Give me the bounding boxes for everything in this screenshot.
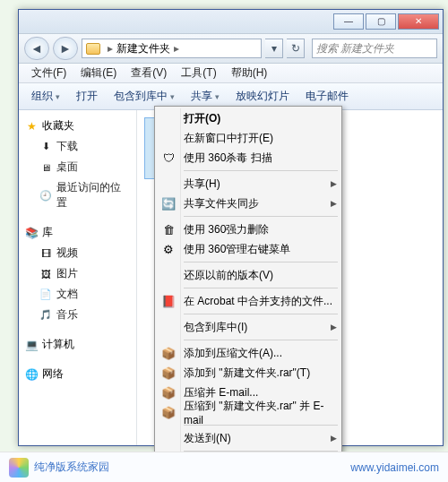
refresh-button[interactable]: ↻ <box>287 39 305 58</box>
ctx-label: 发送到(N) <box>180 431 327 446</box>
ctx-separator <box>184 314 338 314</box>
blank-icon <box>157 128 180 148</box>
minimize-button[interactable]: — <box>333 13 364 30</box>
ctx-add-rar-named[interactable]: 📦添加到 "新建文件夹.rar"(T) <box>157 363 340 383</box>
shield-icon: 🛡 <box>157 148 180 168</box>
sidebar-item-videos[interactable]: 🎞视频 <box>22 243 133 263</box>
sidebar-label: 下载 <box>56 139 78 154</box>
menu-file[interactable]: 文件(F) <box>24 64 73 82</box>
blank-icon <box>157 108 180 128</box>
open-button[interactable]: 打开 <box>69 85 105 108</box>
video-icon: 🎞 <box>39 246 53 261</box>
sidebar-item-recent[interactable]: 🕘最近访问的位置 <box>22 177 133 213</box>
sidebar-network[interactable]: 🌐网络 <box>22 364 133 384</box>
sidebar-label: 桌面 <box>56 159 78 175</box>
blank-icon <box>157 174 180 194</box>
ctx-label: 还原以前的版本(V) <box>180 268 340 283</box>
chevron-right-icon: ▶ <box>327 434 340 443</box>
network-icon: 🌐 <box>24 367 39 382</box>
library-icon: 📚 <box>24 226 39 240</box>
blank-icon <box>157 428 180 448</box>
ctx-separator <box>184 216 338 217</box>
organize-button[interactable]: 组织 <box>24 85 67 108</box>
address-dropdown[interactable]: ▾ <box>265 39 283 58</box>
ctx-restore-previous[interactable]: 还原以前的版本(V) <box>157 265 340 285</box>
document-icon: 📄 <box>39 288 53 302</box>
ctx-label: 添加到压缩文件(A)... <box>180 346 340 361</box>
ctx-label: 包含到库中(I) <box>180 320 327 335</box>
menu-bar: 文件(F) 编辑(E) 查看(V) 工具(T) 帮助(H) <box>19 64 443 83</box>
sidebar-item-pictures[interactable]: 🖼图片 <box>22 263 133 284</box>
recent-icon: 🕘 <box>39 188 53 202</box>
ctx-360-scan[interactable]: 🛡使用 360杀毒 扫描 <box>157 148 340 168</box>
breadcrumb-sep: ▸ <box>108 42 113 55</box>
sidebar-label: 视频 <box>56 245 78 261</box>
ctx-rar-named-email[interactable]: 📦压缩到 "新建文件夹.rar" 并 E-mail <box>157 402 340 422</box>
menu-help[interactable]: 帮助(H) <box>224 64 275 82</box>
titlebar: — ▢ ✕ <box>19 10 443 33</box>
ctx-share[interactable]: 共享(H)▶ <box>157 174 340 194</box>
ctx-label: 使用 360管理右键菜单 <box>180 242 340 257</box>
archive-icon: 📦 <box>157 363 180 383</box>
sidebar-label: 库 <box>42 225 53 240</box>
sidebar-item-music[interactable]: 🎵音乐 <box>22 305 133 325</box>
forward-button[interactable]: ► <box>53 37 78 60</box>
computer-icon: 💻 <box>24 338 39 352</box>
pdf-icon: 📕 <box>157 291 180 311</box>
download-icon: ⬇ <box>39 140 53 154</box>
sidebar-label: 计算机 <box>42 337 74 352</box>
sidebar-label: 网络 <box>42 366 64 382</box>
slideshow-button[interactable]: 放映幻灯片 <box>228 85 297 108</box>
blank-icon <box>157 265 180 285</box>
ctx-sync[interactable]: 🔄共享文件夹同步▶ <box>157 194 340 213</box>
ctx-360-force-delete[interactable]: 🗑使用 360强力删除 <box>157 219 340 239</box>
sidebar-libraries[interactable]: 📚库 <box>22 222 133 243</box>
sidebar-favorites[interactable]: ★收藏夹 <box>22 116 133 136</box>
ctx-360-manage-menu[interactable]: ⚙使用 360管理右键菜单 <box>157 239 340 259</box>
address-bar[interactable]: ▸ 新建文件夹 ▸ <box>82 39 262 58</box>
sidebar-item-documents[interactable]: 📄文档 <box>22 284 133 305</box>
archive-icon: 📦 <box>157 343 180 363</box>
ctx-add-rar[interactable]: 📦添加到压缩文件(A)... <box>157 343 340 363</box>
include-library-button[interactable]: 包含到库中 <box>107 85 182 108</box>
sidebar-item-downloads[interactable]: ⬇下载 <box>22 136 133 157</box>
sidebar-computer[interactable]: 💻计算机 <box>22 334 133 355</box>
ctx-label: 使用 360强力删除 <box>180 222 340 237</box>
ctx-separator <box>184 170 338 171</box>
sidebar-label: 图片 <box>56 266 78 281</box>
sidebar-item-desktop[interactable]: 🖥桌面 <box>22 157 133 177</box>
ctx-label: 压缩到 "新建文件夹.rar" 并 E-mail <box>180 399 340 426</box>
blank-icon <box>157 317 180 337</box>
ctx-open[interactable]: 打开(O) <box>157 108 340 128</box>
ctx-acrobat-combine[interactable]: 📕在 Acrobat 中合并支持的文件... <box>157 291 340 311</box>
star-icon: ★ <box>24 119 39 133</box>
ctx-include-library[interactable]: 包含到库中(I)▶ <box>157 317 340 337</box>
search-input[interactable]: 搜索 新建文件夹 <box>312 39 437 58</box>
maximize-button[interactable]: ▢ <box>366 13 396 30</box>
menu-edit[interactable]: 编辑(E) <box>73 64 124 82</box>
ctx-send-to[interactable]: 发送到(N)▶ <box>157 428 340 448</box>
back-button[interactable]: ◄ <box>24 37 49 60</box>
ctx-separator <box>184 340 338 340</box>
sidebar-label: 收藏夹 <box>42 118 74 133</box>
gear-icon: ⚙ <box>157 239 180 259</box>
brand-name: 纯净版系统家园 <box>34 460 109 475</box>
ctx-label: 添加到 "新建文件夹.rar"(T) <box>180 366 340 381</box>
ctx-label: 使用 360杀毒 扫描 <box>180 151 340 166</box>
menu-view[interactable]: 查看(V) <box>124 64 174 82</box>
desktop-icon: 🖥 <box>39 160 53 175</box>
share-button[interactable]: 共享 <box>184 85 227 108</box>
ctx-label: 在 Acrobat 中合并支持的文件... <box>180 294 340 309</box>
ctx-label: 共享文件夹同步 <box>180 196 327 211</box>
chevron-right-icon: ▶ <box>327 199 340 208</box>
close-button[interactable]: ✕ <box>398 13 439 30</box>
nav-bar: ◄ ► ▸ 新建文件夹 ▸ ▾ ↻ 搜索 新建文件夹 <box>19 33 443 64</box>
menu-tools[interactable]: 工具(T) <box>174 64 223 82</box>
chevron-right-icon: ▶ <box>327 179 340 188</box>
breadcrumb-item[interactable]: 新建文件夹 <box>116 41 170 56</box>
sidebar-label: 文档 <box>56 287 78 302</box>
email-button[interactable]: 电子邮件 <box>298 85 356 108</box>
chevron-right-icon: ▶ <box>327 323 340 331</box>
folder-icon <box>86 43 100 55</box>
ctx-open-new-window[interactable]: 在新窗口中打开(E) <box>157 128 340 148</box>
